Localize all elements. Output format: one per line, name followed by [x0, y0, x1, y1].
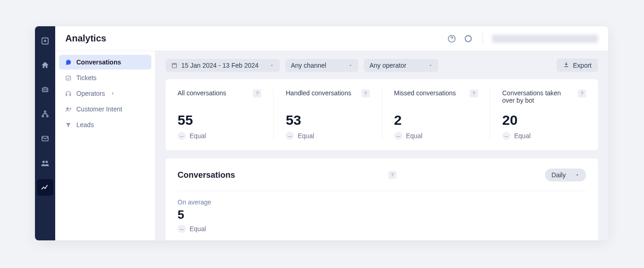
page-title: Analytics	[65, 33, 106, 44]
filter-bar: 15 Jan 2024 - 13 Feb 2024 Any channel An…	[166, 58, 598, 72]
stat-value: 53	[286, 112, 369, 128]
caret-down-icon	[575, 171, 580, 179]
stat-trend: Equal	[514, 132, 531, 140]
operator-filter[interactable]: Any operator	[364, 59, 438, 72]
sidenav-label: Customer Intent	[76, 105, 122, 113]
stat-trend: Equal	[298, 132, 314, 140]
rail-analytics-icon[interactable]	[37, 179, 53, 196]
average-value: 5	[178, 208, 586, 222]
side-nav: Conversations Tickets Operators	[55, 51, 155, 240]
sidenav-item-operators[interactable]: Operators	[59, 86, 151, 101]
rail-bot-icon[interactable]	[37, 82, 53, 98]
content-area: 15 Jan 2024 - 13 Feb 2024 Any channel An…	[155, 51, 608, 240]
channel-filter[interactable]: Any channel	[285, 59, 358, 72]
body: Conversations Tickets Operators	[55, 51, 608, 240]
stat-value: 2	[394, 112, 478, 128]
help-icon[interactable]: ?	[470, 89, 478, 98]
sidenav-label: Operators	[76, 90, 105, 97]
caret-down-icon	[270, 62, 274, 69]
sidenav-label: Conversations	[76, 58, 121, 66]
stat-label: Handled conversations	[286, 89, 351, 97]
funnel-icon	[64, 121, 72, 128]
sidenav-label: Tickets	[76, 74, 97, 82]
chat-icon	[64, 58, 72, 66]
help-icon[interactable]	[447, 34, 457, 44]
nav-rail	[35, 26, 55, 240]
download-icon	[563, 61, 569, 69]
stats-card: All conversations ? 55 – Equal Handled c…	[166, 79, 598, 150]
stat-missed-conversations: Missed conversations ? 2 – Equal	[382, 89, 490, 140]
stat-all-conversations: All conversations ? 55 – Equal	[166, 89, 274, 140]
svg-point-6	[46, 116, 48, 117]
svg-point-8	[42, 161, 45, 163]
svg-point-2	[44, 89, 45, 90]
rail-inbox-icon[interactable]	[37, 33, 53, 49]
headset-icon	[64, 90, 72, 97]
equal-icon: –	[502, 132, 511, 140]
account-info-blurred	[492, 35, 598, 43]
rail-users-icon[interactable]	[37, 155, 53, 171]
help-icon[interactable]: ?	[253, 89, 261, 98]
equal-icon: –	[178, 225, 186, 233]
refresh-icon[interactable]	[463, 34, 473, 44]
svg-rect-14	[172, 63, 176, 67]
caret-down-icon	[348, 62, 353, 69]
date-range-picker[interactable]: 15 Jan 2024 - 13 Feb 2024	[166, 59, 280, 72]
interval-label: Daily	[552, 171, 566, 179]
help-icon[interactable]: ?	[362, 89, 370, 98]
stat-trend: Equal	[406, 132, 423, 140]
stat-bot-conversations: Conversations taken over by bot ? 20 – E…	[490, 89, 598, 140]
svg-point-5	[42, 116, 43, 117]
app-window: Analytics Conversations	[35, 26, 608, 240]
stat-label: All conversations	[178, 89, 226, 97]
svg-rect-12	[66, 76, 70, 80]
svg-point-11	[465, 35, 471, 41]
interval-selector[interactable]: Daily	[545, 169, 586, 181]
export-label: Export	[573, 62, 592, 69]
equal-icon: –	[394, 132, 402, 140]
voice-icon	[64, 105, 72, 113]
svg-point-9	[46, 161, 48, 163]
average-label: On average	[178, 198, 586, 206]
average-trend: Equal	[190, 225, 206, 233]
ticket-icon	[64, 74, 72, 82]
help-icon[interactable]: ?	[388, 171, 397, 179]
svg-point-13	[66, 107, 69, 110]
export-button[interactable]: Export	[557, 58, 598, 72]
svg-point-3	[46, 89, 47, 90]
stat-label: Missed conversations	[394, 89, 456, 97]
main-column: Analytics Conversations	[55, 26, 608, 240]
topbar-actions	[447, 33, 598, 45]
stat-value: 55	[178, 112, 261, 128]
stat-trend: Equal	[190, 132, 206, 140]
date-range-label: 15 Jan 2024 - 13 Feb 2024	[181, 62, 259, 69]
equal-icon: –	[178, 132, 186, 140]
sidenav-item-customer-intent[interactable]: Customer Intent	[59, 102, 151, 117]
sidenav-label: Leads	[76, 121, 94, 128]
conversations-card: Conversations ? Daily On average 5 –	[166, 158, 598, 240]
sidenav-item-leads[interactable]: Leads	[59, 117, 151, 132]
chevron-right-icon	[110, 90, 115, 97]
conversations-title: Conversations	[178, 170, 235, 180]
top-bar: Analytics	[55, 26, 608, 51]
svg-point-4	[44, 111, 46, 112]
stat-label: Conversations taken over by bot	[502, 89, 574, 104]
caret-down-icon	[428, 62, 433, 69]
operator-label: Any operator	[369, 62, 406, 69]
rail-mail-icon[interactable]	[37, 130, 53, 147]
topbar-divider	[483, 33, 483, 45]
sidenav-item-conversations[interactable]: Conversations	[59, 55, 151, 70]
sidenav-item-tickets[interactable]: Tickets	[59, 70, 151, 85]
channel-label: Any channel	[291, 62, 326, 69]
equal-icon: –	[286, 132, 294, 140]
stat-value: 20	[502, 112, 586, 128]
calendar-icon	[171, 62, 178, 69]
rail-home-icon[interactable]	[37, 57, 53, 74]
help-icon[interactable]: ?	[578, 89, 586, 98]
stat-handled-conversations: Handled conversations ? 53 – Equal	[274, 89, 382, 140]
rail-org-icon[interactable]	[37, 106, 53, 122]
